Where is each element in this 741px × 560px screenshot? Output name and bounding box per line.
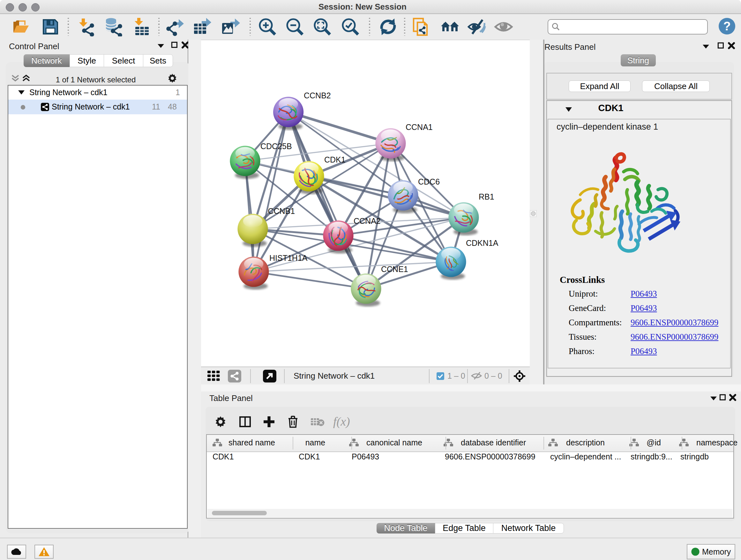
svg-text:CDKN1A: CDKN1A xyxy=(466,239,498,247)
svg-text:?: ? xyxy=(723,19,731,33)
svg-text:RB1: RB1 xyxy=(479,192,494,201)
svg-text:CDC25B: CDC25B xyxy=(260,142,292,151)
svg-text:CDK1: CDK1 xyxy=(324,155,346,164)
svg-text:CDC6: CDC6 xyxy=(418,177,440,186)
svg-text:CCNE1: CCNE1 xyxy=(381,265,408,273)
svg-text:CCNB1: CCNB1 xyxy=(268,206,295,215)
svg-text:CCNA1: CCNA1 xyxy=(406,123,433,132)
svg-text:HIST1H1A: HIST1H1A xyxy=(269,253,308,262)
svg-text:CCNA2: CCNA2 xyxy=(354,216,381,226)
svg-text:CCNB2: CCNB2 xyxy=(304,91,331,100)
